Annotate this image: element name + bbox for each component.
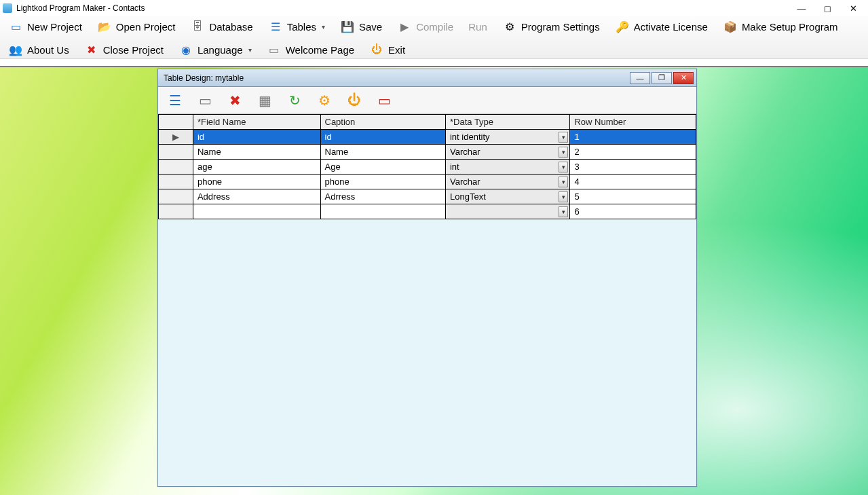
key-icon: 🔑	[615, 20, 630, 33]
table-row[interactable]: ▶ididint identity▾1	[159, 130, 696, 145]
make-setup-button[interactable]: 📦 Make Setup Program	[719, 19, 842, 34]
cell-row-number[interactable]: 3	[570, 160, 696, 175]
power-icon: ⏻	[369, 43, 384, 56]
col-field-name[interactable]: *Field Name	[193, 115, 320, 130]
cell-row-number[interactable]: 5	[570, 189, 696, 204]
compile-button[interactable]: ▶ Compile	[393, 19, 457, 34]
row-icon[interactable]: ▭	[195, 90, 215, 111]
row-marker[interactable]: ▶	[159, 130, 193, 145]
remove-row-icon[interactable]: ▭	[374, 90, 394, 111]
cell-caption[interactable]: Name	[320, 145, 445, 160]
app-titlebar: Lightkod Program Maker - Contacts — ◻ ✕	[0, 0, 868, 16]
welcome-page-button[interactable]: ▭ Welcome Page	[263, 42, 358, 57]
row-marker[interactable]	[159, 160, 193, 175]
mdi-workspace: Table Design: mytable — ❐ ✕ ☰ ▭ ✖ ▦ ↻ ⚙ …	[0, 66, 868, 495]
cell-caption[interactable]: Age	[320, 160, 445, 175]
child-window-titlebar[interactable]: Table Design: mytable — ❐ ✕	[158, 69, 696, 87]
power-icon[interactable]: ⏻	[344, 90, 364, 111]
chevron-down-icon[interactable]: ▾	[559, 147, 568, 158]
cell-row-number[interactable]: 4	[570, 175, 696, 189]
database-button[interactable]: 🗄 Database	[186, 19, 257, 34]
about-us-button[interactable]: 👥 About Us	[4, 42, 73, 57]
cell-field-name[interactable]	[193, 204, 320, 219]
chevron-down-icon: ▾	[248, 46, 252, 54]
welcome-page-label: Welcome Page	[286, 44, 354, 56]
window-minimize-button[interactable]: —	[795, 3, 808, 14]
chevron-down-icon[interactable]: ▾	[559, 162, 568, 172]
field-grid[interactable]: *Field Name Caption *Data Type Row Numbe…	[158, 114, 696, 219]
chevron-down-icon[interactable]: ▾	[559, 191, 568, 202]
language-label: Language	[197, 44, 243, 56]
row-marker[interactable]	[159, 145, 193, 160]
compile-label: Compile	[416, 21, 453, 33]
cell-caption[interactable]: phone	[320, 175, 445, 189]
app-title: Lightkod Program Maker - Contacts	[16, 3, 795, 13]
tables-icon: ☰	[268, 20, 283, 33]
cell-data-type[interactable]: int▾	[445, 160, 569, 175]
run-button[interactable]: Run	[464, 20, 491, 34]
row-marker[interactable]	[159, 189, 193, 204]
chevron-down-icon[interactable]: ▾	[559, 206, 568, 217]
child-close-button[interactable]: ✕	[673, 72, 694, 84]
table-row[interactable]: AddressAdrressLongText▾5	[159, 189, 696, 204]
table-design-window: Table Design: mytable — ❐ ✕ ☰ ▭ ✖ ▦ ↻ ⚙ …	[157, 69, 697, 487]
col-row-number[interactable]: Row Number	[570, 115, 696, 130]
child-window-title: Table Design: mytable	[164, 73, 630, 83]
chevron-down-icon[interactable]: ▾	[559, 132, 568, 143]
cell-caption[interactable]: Adrress	[320, 189, 445, 204]
about-us-label: About Us	[27, 44, 69, 56]
table-row[interactable]: ▾6	[159, 204, 696, 219]
program-settings-button[interactable]: ⚙ Program Settings	[498, 19, 604, 34]
window-maximize-button[interactable]: ◻	[820, 3, 834, 14]
run-label: Run	[468, 21, 487, 33]
cell-field-name[interactable]: Name	[193, 145, 320, 160]
grid-container: *Field Name Caption *Data Type Row Numbe…	[158, 114, 696, 486]
cell-field-name[interactable]: age	[193, 160, 320, 175]
gear-info-icon[interactable]: ⚙	[314, 90, 335, 111]
child-maximize-button[interactable]: ❐	[652, 72, 672, 84]
activate-license-label: Activate License	[634, 21, 708, 33]
home-icon: ▭	[267, 43, 282, 56]
col-caption[interactable]: Caption	[320, 115, 445, 130]
child-minimize-button[interactable]: —	[630, 72, 650, 84]
cell-data-type[interactable]: int identity▾	[445, 130, 569, 145]
open-project-button[interactable]: 📂 Open Project	[93, 19, 180, 34]
exit-button[interactable]: ⏻ Exit	[365, 42, 409, 57]
list-icon[interactable]: ☰	[165, 90, 185, 111]
close-project-button[interactable]: ✖ Close Project	[80, 42, 168, 57]
chevron-down-icon[interactable]: ▾	[559, 177, 568, 187]
gear-icon: ⚙	[502, 20, 517, 33]
cell-field-name[interactable]: id	[193, 130, 320, 145]
activate-license-button[interactable]: 🔑 Activate License	[611, 19, 712, 34]
grid-header-row: *Field Name Caption *Data Type Row Numbe…	[159, 115, 696, 130]
tables-button[interactable]: ☰ Tables ▾	[264, 19, 329, 34]
language-icon: ◉	[178, 43, 193, 56]
cell-data-type[interactable]: ▾	[445, 204, 569, 219]
window-close-button[interactable]: ✕	[846, 3, 860, 14]
new-project-button[interactable]: ▭ New Project	[4, 19, 86, 34]
table-row[interactable]: NameNameVarchar▾2	[159, 145, 696, 160]
cell-field-name[interactable]: phone	[193, 175, 320, 189]
cell-row-number[interactable]: 6	[570, 204, 696, 219]
cell-data-type[interactable]: Varchar▾	[445, 175, 569, 189]
package-icon: 📦	[723, 20, 738, 33]
database-label: Database	[209, 21, 252, 33]
row-marker[interactable]	[159, 204, 193, 219]
language-button[interactable]: ◉ Language ▾	[174, 42, 256, 57]
table-row[interactable]: phonephoneVarchar▾4	[159, 175, 696, 189]
row-marker[interactable]	[159, 175, 193, 189]
table-row[interactable]: ageAgeint▾3	[159, 160, 696, 175]
cell-field-name[interactable]: Address	[193, 189, 320, 204]
cell-data-type[interactable]: LongText▾	[445, 189, 569, 204]
cell-data-type[interactable]: Varchar▾	[445, 145, 569, 160]
cell-row-number[interactable]: 2	[570, 145, 696, 160]
cell-caption[interactable]: id	[320, 130, 445, 145]
table-icon[interactable]: ▦	[254, 90, 275, 111]
col-data-type[interactable]: *Data Type	[445, 115, 569, 130]
delete-icon[interactable]: ✖	[225, 90, 245, 111]
save-button[interactable]: 💾 Save	[336, 19, 386, 34]
make-setup-label: Make Setup Program	[742, 21, 838, 33]
refresh-icon[interactable]: ↻	[284, 90, 305, 111]
cell-caption[interactable]	[320, 204, 445, 219]
cell-row-number[interactable]: 1	[570, 130, 696, 145]
